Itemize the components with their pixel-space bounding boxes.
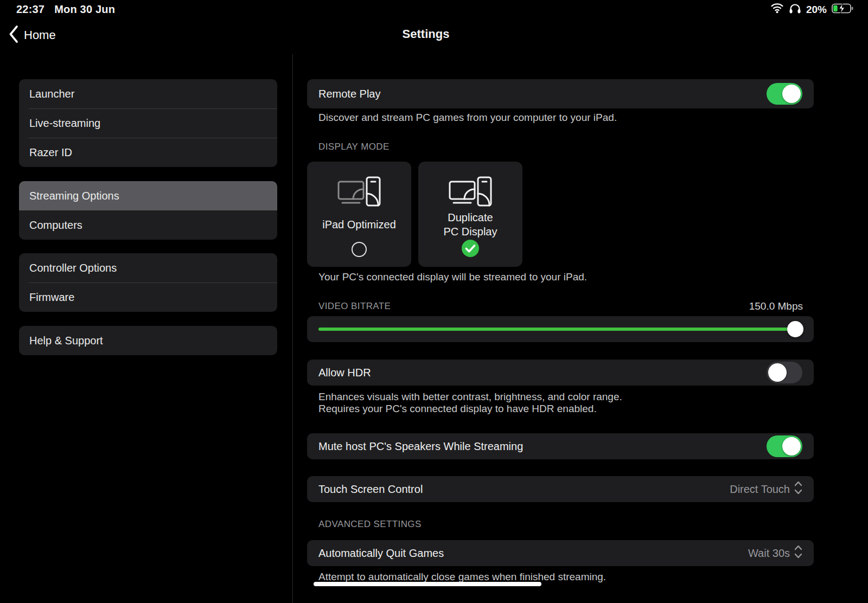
radio-zone xyxy=(461,240,480,259)
slider-fill xyxy=(318,328,802,331)
status-bar-right: 20% xyxy=(770,3,854,16)
sidebar-item-label: Firmware xyxy=(29,291,74,303)
auto-quit-games-value: Wait 30s xyxy=(748,547,790,560)
allow-hdr-row: Allow HDR xyxy=(307,360,814,386)
allow-hdr-description-line1: Enhances visuals with better contrast, b… xyxy=(318,391,622,403)
auto-quit-games-label: Automatically Quit Games xyxy=(318,547,444,560)
video-bitrate-slider-card xyxy=(307,316,814,342)
toggle-knob xyxy=(782,437,801,456)
status-date: Mon 30 Jun xyxy=(54,3,115,16)
sidebar-group-help: Help & Support xyxy=(19,326,277,355)
allow-hdr-label: Allow HDR xyxy=(318,367,371,379)
auto-quit-games-value-group[interactable]: Wait 30s xyxy=(748,544,802,562)
wifi-icon xyxy=(770,3,784,16)
allow-hdr-description-line2: Requires your PC's connected display to … xyxy=(318,403,597,415)
radio-unselected-icon[interactable] xyxy=(352,242,367,257)
remote-play-row: Remote Play xyxy=(307,79,814,108)
touch-screen-control-value-group[interactable]: Direct Touch xyxy=(730,480,802,498)
sidebar-item-launcher[interactable]: Launcher xyxy=(19,79,277,108)
sidebar-item-live-streaming[interactable]: Live-streaming xyxy=(19,108,277,138)
remote-play-label: Remote Play xyxy=(318,88,381,100)
advanced-settings-section-label: ADVANCED SETTINGS xyxy=(318,519,422,530)
display-mode-option-duplicate-pc-display[interactable]: Duplicate PC Display xyxy=(418,162,522,267)
sidebar-item-computers[interactable]: Computers xyxy=(19,210,277,240)
video-bitrate-slider[interactable] xyxy=(318,328,802,331)
status-time: 22:37 xyxy=(16,3,44,16)
check-circle-icon[interactable] xyxy=(461,239,480,260)
toggle-knob xyxy=(782,85,801,103)
sidebar-group-streaming: Streaming Options Computers xyxy=(19,181,277,240)
sidebar-item-label: Streaming Options xyxy=(29,190,119,202)
sidebar-item-firmware[interactable]: Firmware xyxy=(19,283,277,312)
slider-thumb[interactable] xyxy=(787,321,803,337)
display-mode-description: Your PC's connected display will be stre… xyxy=(318,271,587,283)
sidebar-item-label: Launcher xyxy=(29,88,74,100)
page-title: Settings xyxy=(0,27,852,41)
allow-hdr-toggle[interactable] xyxy=(767,362,802,383)
headphones-icon xyxy=(789,3,801,16)
battery-charging-icon xyxy=(832,3,854,16)
mute-host-label: Mute host PC's Speakers While Streaming xyxy=(318,440,523,453)
video-bitrate-value: 150.0 Mbps xyxy=(307,300,803,312)
sidebar-item-help-support[interactable]: Help & Support xyxy=(19,326,277,355)
radio-zone xyxy=(352,240,367,259)
sidebar-item-label: Help & Support xyxy=(29,335,103,347)
display-mode-option-label: iPad Optimized xyxy=(322,209,396,240)
remote-play-description: Discover and stream PC games from your c… xyxy=(318,112,617,124)
sidebar-group-account: Launcher Live-streaming Razer ID xyxy=(19,79,277,167)
sidebar-item-label: Computers xyxy=(29,219,82,231)
sidebar-item-label: Razer ID xyxy=(29,146,72,158)
auto-quit-games-description: Attempt to automatically close games whe… xyxy=(318,571,606,583)
mute-host-row: Mute host PC's Speakers While Streaming xyxy=(307,433,814,459)
touch-screen-control-value: Direct Touch xyxy=(730,483,790,496)
touch-screen-control-row[interactable]: Touch Screen Control Direct Touch xyxy=(307,476,814,502)
chevron-up-down-icon xyxy=(794,544,802,562)
remote-play-toggle[interactable] xyxy=(767,83,802,105)
sidebar-group-controller: Controller Options Firmware xyxy=(19,253,277,312)
sidebar-item-label: Controller Options xyxy=(29,262,117,274)
display-mode-section-label: DISPLAY MODE xyxy=(318,142,390,152)
mute-host-toggle[interactable] xyxy=(767,435,802,457)
pane-divider xyxy=(292,54,293,603)
ipad-optimized-icon xyxy=(337,175,381,209)
status-bar-left: 22:37 Mon 30 Jun xyxy=(16,3,115,16)
auto-quit-games-row[interactable]: Automatically Quit Games Wait 30s xyxy=(307,540,814,566)
chevron-up-down-icon xyxy=(794,480,802,498)
duplicate-pc-display-icon xyxy=(449,175,492,209)
sidebar-item-streaming-options[interactable]: Streaming Options xyxy=(19,181,277,210)
home-indicator[interactable] xyxy=(314,582,541,586)
display-mode-option-label: Duplicate PC Display xyxy=(444,209,497,240)
touch-screen-control-label: Touch Screen Control xyxy=(318,483,423,496)
toggle-knob xyxy=(768,363,787,382)
sidebar-item-razer-id[interactable]: Razer ID xyxy=(19,138,277,167)
battery-percent-label: 20% xyxy=(806,4,827,16)
display-mode-option-ipad-optimized[interactable]: iPad Optimized xyxy=(307,162,411,267)
sidebar-item-label: Live-streaming xyxy=(29,117,100,129)
sidebar-item-controller-options[interactable]: Controller Options xyxy=(19,253,277,283)
